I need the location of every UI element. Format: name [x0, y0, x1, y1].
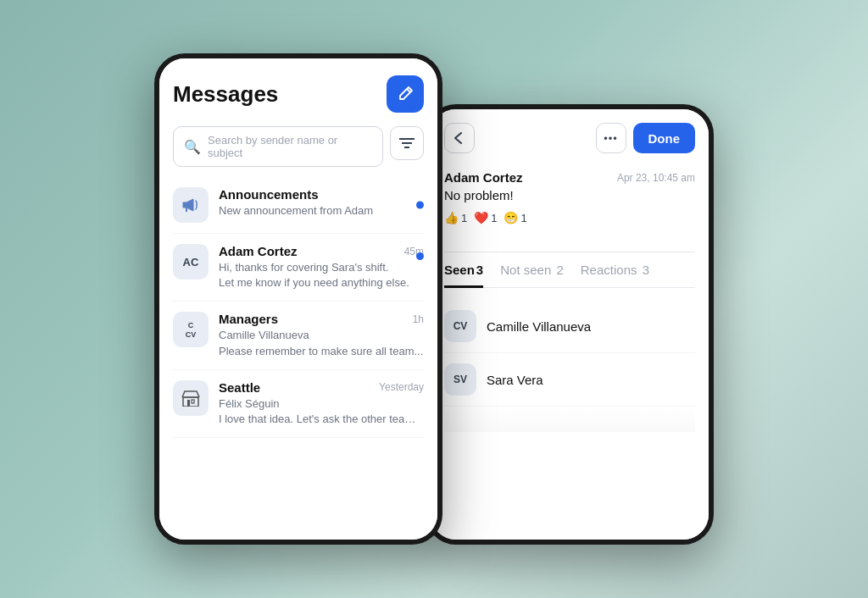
msg-time-managers: 1h — [413, 313, 424, 325]
svg-rect-3 — [183, 397, 198, 407]
msg-top-row: Announcements — [219, 187, 424, 202]
msg-preview-seattle: I love that idea. Let's ask the other te… — [219, 412, 424, 427]
back-button[interactable] — [444, 123, 475, 153]
messages-screen: Messages 🔍 Search by sender name or subj… — [159, 58, 437, 540]
grin-emoji: 😁 — [504, 211, 518, 224]
sender-name-seattle: Seattle — [219, 380, 260, 395]
thumbsup-emoji: 👍 — [444, 211, 459, 224]
msg-time-seattle: Yesterday — [379, 381, 424, 393]
detail-screen: ••• Done Adam Cortez Apr 23, 10:45 am No… — [431, 109, 709, 540]
person-name-sv: Sara Vera — [487, 373, 543, 387]
tab-seen[interactable]: Seen3 — [444, 263, 483, 288]
message-item-managers[interactable]: C CV Managers 1h Camille Villanueva Plea… — [173, 302, 424, 369]
message-item-seattle[interactable]: Seattle Yesterday Félix Séguin I love th… — [173, 370, 424, 438]
grin-count: 1 — [520, 212, 526, 224]
msg-preview-seattle-sub: Félix Séguin — [219, 396, 424, 412]
bubble-time: Apr 23, 10:45 am — [617, 172, 695, 184]
msg-preview-adam: Hi, thanks for covering Sara's shift. Le… — [219, 260, 424, 291]
detail-header: ••• Done — [444, 123, 695, 153]
tab-not-seen[interactable]: Not seen 2 — [500, 263, 564, 287]
reaction-grin[interactable]: 😁 1 — [504, 211, 526, 224]
megaphone-icon — [181, 197, 200, 213]
phones-container: Messages 🔍 Search by sender name or subj… — [154, 53, 714, 545]
avatar-sv: SV — [444, 363, 476, 396]
message-content-seattle: Seattle Yesterday Félix Séguin I love th… — [219, 380, 424, 427]
compose-icon — [397, 86, 414, 102]
back-arrow-icon — [453, 132, 466, 144]
sender-name-adam: Adam Cortez — [219, 244, 298, 258]
messages-phone: Messages 🔍 Search by sender name or subj… — [154, 53, 442, 545]
messages-title: Messages — [173, 81, 278, 108]
avatar-announcements — [173, 187, 209, 223]
person-row-cv[interactable]: CV Camille Villanueva — [444, 300, 695, 353]
person-row-sv[interactable]: SV Sara Vera — [444, 353, 695, 407]
seen-tabs: Seen3 Not seen 2 Reactions 3 — [444, 263, 695, 288]
unread-dot-adam — [416, 252, 424, 260]
msg-top-row-adam: Adam Cortez 45m — [219, 244, 424, 258]
svg-rect-4 — [187, 400, 190, 407]
message-content-managers: Managers 1h Camille Villanueva Please re… — [219, 312, 424, 358]
sender-name-managers: Managers — [219, 312, 278, 326]
filter-button[interactable] — [390, 126, 424, 160]
svg-rect-5 — [192, 400, 194, 403]
avatar-cv: CV — [444, 310, 476, 342]
thumbsup-count: 1 — [461, 212, 467, 224]
more-button[interactable]: ••• — [596, 123, 626, 153]
reaction-heart[interactable]: ❤️ 1 — [474, 211, 497, 224]
search-placeholder-text: Search by sender name or subject — [208, 134, 372, 159]
heart-emoji: ❤️ — [474, 211, 488, 224]
compose-button[interactable] — [387, 75, 424, 113]
message-content-adam: Adam Cortez 45m Hi, thanks for covering … — [219, 244, 424, 291]
search-row: 🔍 Search by sender name or subject — [173, 126, 424, 167]
avatar-adam: AC — [173, 244, 209, 280]
tab-reactions[interactable]: Reactions 3 — [581, 263, 649, 287]
header-right-group: ••• Done — [596, 123, 696, 153]
message-item-announcements[interactable]: Announcements New announcement from Adam — [173, 177, 424, 234]
bubble-text: No problem! — [444, 188, 695, 202]
message-bubble-area: Adam Cortez Apr 23, 10:45 am No problem!… — [444, 170, 695, 238]
reaction-thumbsup[interactable]: 👍 1 — [444, 211, 467, 224]
unread-dot-announcements — [416, 202, 424, 209]
more-dots-icon: ••• — [604, 132, 618, 145]
sender-name: Announcements — [219, 187, 319, 202]
bubble-sender-name: Adam Cortez — [444, 170, 523, 185]
msg-preview-managers: Please remember to make sure all team... — [219, 344, 424, 359]
filter-icon — [399, 137, 415, 149]
reactions-row: 👍 1 ❤️ 1 😁 1 — [444, 211, 695, 224]
heart-count: 1 — [491, 212, 497, 224]
avatar-seattle — [173, 380, 209, 416]
search-icon: 🔍 — [184, 139, 201, 155]
done-button[interactable]: Done — [633, 123, 696, 153]
scroll-hint — [444, 407, 695, 432]
divider — [444, 252, 695, 252]
detail-phone: ••• Done Adam Cortez Apr 23, 10:45 am No… — [426, 104, 714, 545]
person-name-cv: Camille Villanueva — [487, 319, 591, 334]
message-item-adam[interactable]: AC Adam Cortez 45m Hi, thanks for coveri… — [173, 234, 424, 302]
msg-preview-managers-sub: Camille Villanueva — [219, 328, 424, 343]
avatar-managers: C CV — [173, 312, 209, 347]
msg-top-row-seattle: Seattle Yesterday — [219, 380, 424, 395]
msg-top-row-managers: Managers 1h — [219, 312, 424, 326]
msg-preview: New announcement from Adam — [219, 203, 424, 219]
messages-header: Messages — [173, 75, 424, 113]
search-box[interactable]: 🔍 Search by sender name or subject — [173, 126, 383, 167]
store-icon — [181, 390, 200, 407]
bubble-sender-row: Adam Cortez Apr 23, 10:45 am — [444, 170, 695, 185]
message-content-announcements: Announcements New announcement from Adam — [219, 187, 424, 219]
